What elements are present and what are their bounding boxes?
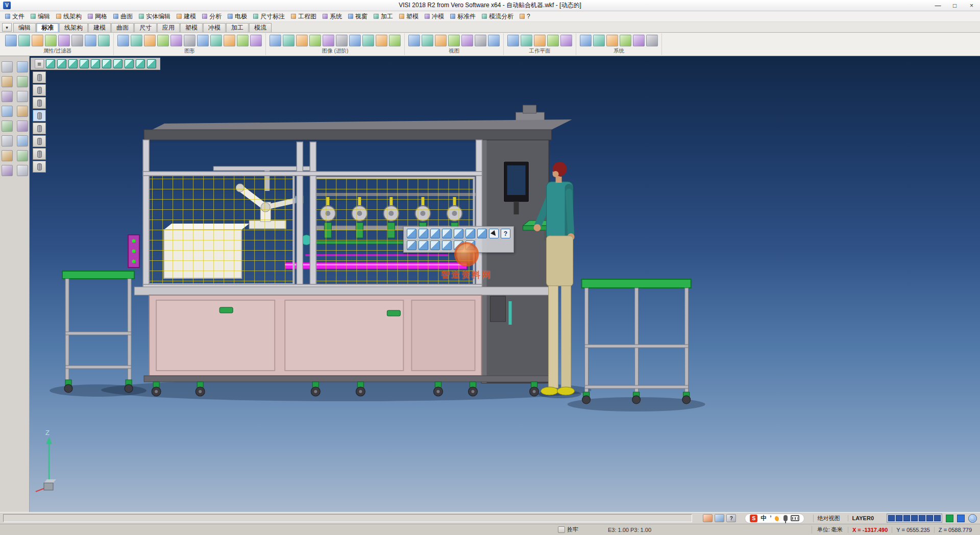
menu-item[interactable]: 实体编辑 [136, 11, 174, 22]
calculator-icon[interactable] [17, 135, 28, 147]
sheet-icon[interactable] [17, 106, 28, 117]
menu-item[interactable]: 标准件 [447, 11, 479, 22]
pan-icon[interactable] [461, 35, 473, 46]
zoom-fit-icon[interactable] [408, 35, 420, 46]
tab-dropdown-button[interactable]: ▾ [2, 23, 12, 32]
filter-solid-icon[interactable] [33, 135, 46, 147]
ime-punctuation-icon[interactable]: ’ [770, 515, 771, 522]
menu-item[interactable]: 线架构 [53, 11, 85, 22]
maximize-button[interactable]: □ [946, 0, 963, 11]
pointer-select-icon[interactable] [2, 61, 13, 72]
workspace-tab[interactable]: 编辑 [13, 23, 36, 32]
workplane-reset-icon[interactable] [560, 35, 572, 46]
command-prompt-field[interactable] [3, 514, 692, 522]
ime-mode-icon[interactable] [775, 516, 780, 521]
workspace-tab[interactable]: 建模 [88, 23, 111, 32]
workspace-tab[interactable]: 加工 [226, 23, 249, 32]
system-help-icon[interactable] [646, 35, 658, 46]
ime-keyboard-icon[interactable] [791, 515, 799, 521]
coordinate-system-icon[interactable] [606, 35, 618, 46]
close-button[interactable]: × [963, 0, 980, 11]
active-layer-indicator[interactable]: LAYER0 [848, 515, 878, 521]
network-globe-icon[interactable] [968, 514, 977, 523]
filter-arc-icon[interactable] [33, 97, 46, 109]
circle-icon[interactable] [157, 35, 169, 46]
view-ne-icon[interactable] [430, 240, 440, 250]
layer-filter-icon[interactable] [45, 35, 57, 46]
rotate-view-icon[interactable] [475, 35, 486, 46]
menu-item[interactable]: 曲面 [110, 11, 136, 22]
trim-icon[interactable] [17, 61, 28, 72]
top-view-icon[interactable] [80, 59, 89, 68]
shaded-view-icon[interactable] [270, 35, 281, 46]
previous-view-icon[interactable] [488, 35, 500, 46]
workspace-tab[interactable]: 应用 [157, 23, 180, 32]
workplane-align-icon[interactable] [521, 35, 532, 46]
dynamic-rotate-icon[interactable] [147, 59, 156, 68]
zoom-in-icon[interactable] [435, 35, 447, 46]
palette-icon[interactable] [17, 165, 28, 176]
zoom-out-icon[interactable] [448, 35, 460, 46]
grid-icon[interactable] [2, 76, 13, 87]
hidden-line-icon[interactable] [296, 35, 308, 46]
view-bottom-icon[interactable] [465, 229, 475, 238]
menu-item[interactable]: 建模 [174, 11, 199, 22]
workspace-tab[interactable]: 尺寸 [134, 23, 157, 32]
background-icon[interactable] [389, 35, 401, 46]
workspace-tab[interactable]: 塑模 [180, 23, 203, 32]
point-icon[interactable] [117, 35, 129, 46]
transparency-icon[interactable] [336, 35, 348, 46]
offset-icon[interactable] [250, 35, 262, 46]
minimize-button[interactable]: — [929, 0, 946, 11]
menu-item[interactable]: 工程图 [288, 11, 320, 22]
ime-logo-icon[interactable]: S [750, 515, 757, 522]
fillet-icon[interactable] [224, 35, 235, 46]
document-icon[interactable] [17, 120, 28, 132]
arc-icon[interactable] [144, 35, 156, 46]
iso-sw-view-icon[interactable] [125, 59, 134, 68]
view-sw-icon[interactable] [407, 240, 416, 250]
bottom-view-icon[interactable] [91, 59, 100, 68]
back-view-icon[interactable] [68, 59, 78, 68]
history-icon[interactable] [17, 150, 28, 161]
menu-item[interactable]: 系统 [320, 11, 345, 22]
menu-item[interactable]: 编辑 [28, 11, 53, 22]
view-right-icon[interactable] [442, 229, 452, 238]
visibility-icon[interactable] [85, 35, 96, 46]
polyline-icon[interactable] [184, 35, 195, 46]
menu-item[interactable]: 分析 [199, 11, 225, 22]
view-rotate-icon[interactable] [465, 240, 475, 250]
menu-item[interactable]: 加工 [371, 11, 396, 22]
iso-ne-view-icon[interactable] [136, 59, 145, 68]
lock-toggle[interactable]: 拴牢 [558, 526, 578, 533]
magnet-snap-icon[interactable] [32, 35, 43, 46]
pointer-icon[interactable] [489, 229, 499, 238]
left-view-icon[interactable] [102, 59, 111, 68]
chamfer-icon[interactable] [237, 35, 249, 46]
menu-item[interactable]: 尺寸标注 [250, 11, 288, 22]
sketch-icon[interactable] [17, 91, 28, 102]
right-view-icon[interactable] [113, 59, 122, 68]
filter-mesh-icon[interactable] [33, 148, 46, 160]
material-icon[interactable] [376, 35, 387, 46]
help-icon[interactable] [501, 229, 510, 238]
texture-icon[interactable] [323, 35, 334, 46]
workspace-tab[interactable]: 曲面 [111, 23, 134, 32]
workplane-origin-icon[interactable] [534, 35, 546, 46]
menu-item[interactable]: 电极 [225, 11, 250, 22]
front-view-icon[interactable] [57, 59, 66, 68]
view-axon-icon[interactable] [454, 240, 463, 250]
view-top-icon[interactable] [454, 229, 463, 238]
spline-icon[interactable] [197, 35, 209, 46]
color-filter-icon[interactable] [58, 35, 70, 46]
render-icon[interactable] [309, 35, 321, 46]
app-icon[interactable]: V [3, 2, 11, 9]
modify-icon[interactable] [2, 91, 13, 102]
status-help-icon[interactable] [726, 514, 736, 522]
iso-view-icon[interactable] [46, 59, 55, 68]
knife-icon[interactable] [17, 76, 28, 87]
rectangle-icon[interactable] [170, 35, 182, 46]
menu-item[interactable]: 模流分析 [479, 11, 517, 22]
ime-microphone-icon[interactable] [783, 515, 788, 521]
zoom-window-icon[interactable] [422, 35, 433, 46]
